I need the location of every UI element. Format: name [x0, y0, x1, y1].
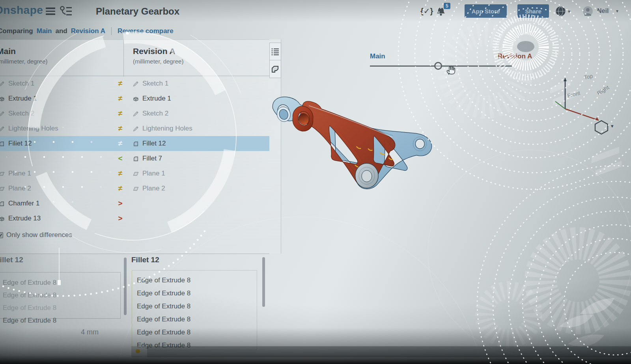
edge-entity[interactable]: Edge of Extrude 8	[0, 276, 120, 289]
fillet-radius-value: 4 mm	[81, 328, 99, 336]
feature-name: Fillet 7	[142, 155, 162, 162]
right-feature: Lightening Holes	[133, 121, 192, 136]
comparing-label: Comparing	[0, 27, 33, 35]
feature-compare-row[interactable]: Plane 1 ≠ Plane 1	[0, 166, 269, 181]
left-feature: Sketch 1	[0, 76, 34, 91]
left-branch-title: Main	[0, 47, 47, 56]
edge-entity[interactable]: Edge of Extrude 8	[132, 300, 257, 313]
feature-type-icon	[0, 215, 5, 222]
feature-compare-row[interactable]: Plane 2 ≠ Plane 2	[0, 181, 269, 196]
feature-compare-row[interactable]: Sketch 2 ≠ Sketch 2	[0, 106, 269, 121]
diff-op: >	[118, 199, 122, 208]
menu-icon[interactable]	[46, 7, 55, 17]
compare-panel: Main (millimeter, degree) Revision A (mi…	[0, 39, 281, 254]
feature-type-icon	[0, 80, 5, 87]
diff-op: ≠	[118, 184, 122, 193]
right-feature: Plane 1	[133, 166, 165, 181]
edge-entity[interactable]: Edge of Extrude 8	[132, 287, 257, 300]
left-detail-title: Fillet 12	[0, 256, 23, 264]
feature-type-icon	[0, 200, 5, 207]
feature-type-icon	[0, 95, 5, 102]
diff-op: >	[118, 214, 122, 223]
right-feature: Sketch 2	[133, 106, 168, 121]
and-label: and	[55, 27, 67, 35]
feature-name: Sketch 2	[142, 110, 168, 118]
column-divider	[123, 40, 124, 77]
edge-entity[interactable]: Edge of Extrude 8	[0, 289, 120, 302]
part-view-button[interactable]	[269, 60, 281, 78]
feature-compare-row[interactable]: Lightening Holes ≠ Lightening H	[0, 121, 269, 136]
feature-name: Plane 1	[8, 170, 31, 177]
left-feature: Plane 2	[0, 181, 31, 196]
left-feature: Extrude 13	[0, 211, 41, 226]
user-name[interactable]: Neil	[597, 7, 609, 15]
bottom-toolbar-strip	[131, 346, 631, 357]
feature-name: Extrude 1	[142, 95, 171, 103]
feature-compare-row[interactable]: Extrude 1 ≠ Extrude 1	[0, 91, 269, 106]
feature-compare-row[interactable]: < Fillet 7	[0, 151, 269, 166]
user-menu-caret-icon[interactable]: ▾	[616, 8, 618, 14]
feature-compare-row[interactable]: Sketch 1 ≠ Sketch 1	[0, 76, 269, 91]
compare-panel-header: Main (millimeter, degree) Revision A (mi…	[0, 39, 269, 76]
feature-list-view-button[interactable]	[269, 43, 281, 60]
model-viewport[interactable]	[260, 91, 592, 288]
feature-script-icon[interactable]: {✓}	[420, 6, 433, 16]
slider-handle[interactable]	[434, 62, 442, 70]
feature-name: Plane 2	[142, 185, 165, 192]
right-feature: Sketch 1	[133, 76, 168, 91]
branch-revision-link[interactable]: Revision A	[71, 27, 105, 35]
slider-main-label: Main	[370, 52, 385, 60]
user-icon	[582, 6, 593, 17]
left-detail-scrollbar[interactable]	[124, 258, 127, 315]
right-feature: Plane 2	[133, 181, 165, 196]
compare-bar: Comparing Main and Revision A Reverse co…	[0, 27, 174, 35]
divider	[111, 27, 112, 35]
onshape-logo[interactable]: Onshape	[0, 4, 43, 17]
right-detail-entity-box: Edge of Extrude 8Edge of Extrude 8Edge o…	[132, 270, 257, 350]
view-cube-button[interactable]	[592, 119, 610, 136]
edge-entity[interactable]: Edge of Extrude 8	[132, 313, 257, 326]
feature-type-icon	[0, 125, 5, 132]
edge-entity[interactable]: Edge of Extrude 8	[0, 302, 120, 314]
help-caret-icon: ▾	[568, 9, 570, 14]
right-feature	[133, 211, 142, 226]
help-menu-button[interactable]: ▾	[555, 6, 570, 17]
view-cube-caret-icon[interactable]: ▾	[611, 123, 614, 129]
right-feature: Fillet 7	[133, 151, 162, 166]
bottom-boss-model[interactable]	[355, 163, 379, 188]
feature-type-icon	[133, 155, 139, 162]
right-feature	[133, 196, 142, 211]
feature-type-icon	[133, 170, 139, 177]
notifications-button[interactable]: 5	[436, 6, 446, 17]
left-feature: Chamfer 1	[0, 196, 39, 211]
only-show-differences-toggle[interactable]: Only show differences	[0, 231, 72, 239]
diff-op: ≠	[118, 94, 122, 103]
globe-icon	[555, 6, 566, 17]
feature-type-icon	[133, 110, 139, 117]
diff-op: ≠	[118, 109, 122, 118]
left-branch-units: (millimeter, degree)	[0, 58, 47, 65]
diff-op: ≠	[118, 79, 122, 88]
feature-type-icon	[133, 200, 139, 207]
right-branch-units: (millimeter, degree)	[133, 58, 183, 65]
feature-name: Lightening Holes	[142, 125, 192, 133]
avatar[interactable]	[582, 6, 593, 17]
app-store-button[interactable]: App Store	[465, 4, 507, 18]
feature-compare-row[interactable]: Chamfer 1 >	[0, 196, 269, 211]
feature-name: Extrude 13	[8, 215, 41, 222]
left-feature: Sketch 2	[0, 106, 34, 121]
edge-entity[interactable]: Edge of Extrude 8	[132, 274, 257, 287]
checkbox-icon[interactable]	[0, 232, 3, 238]
edge-entity[interactable]: Edge of Extrude 8	[0, 314, 120, 327]
feature-type-icon	[0, 155, 5, 162]
right-branch-title: Revision A	[133, 47, 183, 56]
reverse-compare-button[interactable]: Reverse compare	[118, 27, 174, 35]
feature-compare-row[interactable]: Fillet 12 ≠ Fillet 12	[0, 136, 269, 151]
triad-right-label: Right	[596, 84, 610, 96]
feature-name: Fillet 12	[142, 140, 166, 147]
share-button[interactable]: Share	[517, 4, 549, 18]
feature-compare-row[interactable]: Extrude 13 >	[0, 211, 269, 226]
branch-main-link[interactable]: Main	[37, 27, 52, 35]
versions-icon[interactable]	[59, 5, 73, 19]
edge-entity[interactable]: Edge of Extrude 8	[132, 326, 257, 339]
